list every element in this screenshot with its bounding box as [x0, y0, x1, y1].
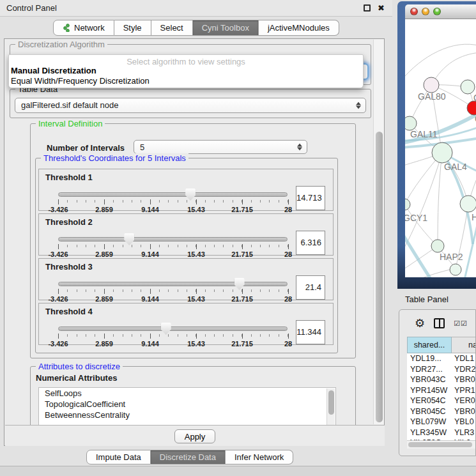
column-header-shared-name[interactable]: shared... [407, 337, 452, 353]
tab-label: jActiveMNodules [268, 23, 330, 33]
tab-select[interactable]: Select [151, 20, 193, 36]
slider-track[interactable] [58, 282, 288, 286]
gear-icon[interactable]: ⚙ [415, 318, 425, 329]
network-nodes[interactable]: GAL80GACGAL11GAL4GCY1HHAP2 [405, 77, 476, 275]
column-header-name[interactable]: na [452, 337, 476, 353]
tab-label: Infer Network [234, 452, 284, 462]
slider-ticks [58, 199, 288, 205]
table-horizontal-scrollbar[interactable] [407, 440, 476, 449]
threshold-4-slider[interactable] [58, 326, 288, 331]
network-icon [63, 24, 71, 32]
node-label: HAP2 [440, 252, 463, 262]
table-row[interactable]: YER054CYER0 [407, 395, 476, 406]
table-data-select[interactable]: galFiltered.sif default node [15, 98, 366, 113]
node-label: GAL11 [410, 129, 438, 139]
slider-scale: -3.4262.8599.14415.4321.71528 [58, 340, 288, 348]
control-panel-window: Control Panel ✖ Network Style Select Cyn… [0, 0, 392, 476]
status-bar [0, 466, 476, 476]
table-row[interactable]: YPR145WYPR1 [407, 385, 476, 396]
slider-scale: -3.4262.8599.14415.4321.71528 [58, 206, 288, 213]
network-node[interactable] [405, 199, 410, 210]
network-node[interactable] [405, 116, 417, 130]
apply-row: Apply [5, 425, 385, 446]
list-scrollbar[interactable] [326, 388, 335, 425]
threshold-3-slider[interactable] [58, 282, 288, 286]
table-panel-toolbar: ⚙ ☑☑ [399, 310, 475, 337]
dropdown-hint: Select algorithm to view settings [9, 55, 363, 66]
group-title: Attributes to discretize [36, 362, 123, 371]
threshold-1-value-field[interactable]: 14.713 [296, 186, 325, 210]
threshold-2-slider[interactable] [58, 237, 288, 242]
threshold-3-value-field[interactable]: 21.4 [296, 275, 325, 300]
tab-label: Discretize Data [160, 452, 216, 462]
dropdown-option-manual-discretization[interactable]: Manual Discretization [9, 66, 363, 76]
tab-jactivemnodules[interactable]: jActiveMNodules [259, 20, 339, 36]
slider-track[interactable] [58, 237, 288, 242]
slider-ticks [58, 289, 288, 295]
network-node[interactable] [461, 80, 475, 94]
network-node[interactable] [431, 240, 444, 252]
list-item[interactable]: SelfLoops [39, 388, 335, 399]
tab-label: Style [123, 23, 142, 33]
network-node[interactable] [450, 264, 461, 275]
threshold-2-value-field[interactable]: 6.316 [296, 231, 325, 255]
number-of-intervals-label: Number of Intervals [47, 143, 125, 153]
node-label: GAL80 [418, 91, 446, 102]
table-panel-window: ⚙ ☑☑ shared... na YDL19...YDL1 YDR27...Y… [399, 309, 476, 456]
slider-ticks [58, 334, 288, 339]
list-item[interactable]: BetweennessCentrality [39, 410, 335, 420]
network-node[interactable] [467, 101, 476, 115]
table-row[interactable]: YDL19...YDL1 [407, 353, 476, 364]
apply-button[interactable]: Apply [174, 429, 215, 443]
network-node[interactable] [432, 142, 452, 163]
bottom-tab-bar: Impute Data Discretize Data Infer Networ… [86, 450, 293, 464]
network-canvas[interactable]: GAL80GACGAL11GAL4GCY1HHAP2 [405, 19, 476, 277]
scrollbar-thumb[interactable] [408, 442, 472, 447]
tab-cyni-toolbox[interactable]: Cyni Toolbox [193, 20, 259, 36]
tab-style[interactable]: Style [114, 20, 151, 36]
network-node[interactable] [424, 77, 439, 93]
minimize-traffic-light-icon[interactable] [422, 8, 429, 15]
slider-scale: -3.4262.8599.14415.4321.71528 [58, 250, 288, 258]
zoom-traffic-light-icon[interactable] [433, 8, 441, 15]
scrollbar-thumb[interactable] [376, 132, 383, 422]
network-node[interactable] [460, 196, 476, 212]
columns-icon[interactable] [434, 318, 445, 328]
threshold-4-value-field[interactable]: 11.344 [296, 320, 325, 344]
node-label: H [472, 212, 476, 222]
table-row[interactable]: YBR043CYBR0 [407, 374, 476, 385]
float-window-icon[interactable] [364, 4, 371, 12]
slider-track[interactable] [58, 192, 288, 197]
scroll-viewport: Discretization Algorithm Select algorith… [5, 40, 373, 425]
checkbox-icons[interactable]: ☑☑ [454, 319, 468, 328]
close-traffic-light-icon[interactable] [410, 8, 418, 15]
threshold-label: Threshold 4 [45, 307, 93, 316]
tab-discretize-data[interactable]: Discretize Data [151, 450, 226, 464]
tab-infer-network[interactable]: Infer Network [226, 450, 293, 464]
table-row[interactable]: YLR345WYLR3 [407, 427, 476, 438]
tab-label: Impute Data [96, 452, 141, 462]
dropdown-option-equal-width-frequency[interactable]: Equal Width/Frequency Discretization [9, 76, 363, 86]
threshold-2-panel: Threshold 2 -3.4262.8599.14415.4321.7152… [38, 213, 334, 256]
slider-scale: -3.4262.8599.14415.4321.71528 [58, 295, 288, 303]
close-icon[interactable]: ✖ [378, 4, 385, 12]
list-item[interactable]: TopologicalCoefficient [39, 399, 335, 410]
stepper-arrows-icon [297, 144, 302, 151]
threshold-label: Threshold 1 [45, 173, 93, 182]
tab-label: Network [74, 23, 105, 33]
network-window-titlebar[interactable] [405, 4, 476, 19]
tab-impute-data[interactable]: Impute Data [86, 450, 151, 464]
number-of-intervals-select[interactable]: 5 [134, 140, 307, 154]
scrollbar-thumb[interactable] [328, 390, 334, 415]
selected-table: galFiltered.sif default node [21, 100, 118, 110]
tab-network[interactable]: Network [53, 20, 114, 36]
node-table: shared... na YDL19...YDL1 YDR27...YDR2 Y… [407, 337, 476, 449]
slider-track[interactable] [58, 326, 288, 331]
node-label: GAL4 [444, 162, 467, 172]
threshold-1-slider[interactable] [58, 192, 288, 197]
stepper-arrows-icon [356, 102, 361, 109]
table-row[interactable]: YBL079WYBL0 [407, 417, 476, 427]
table-row[interactable]: YDR27...YDR2 [407, 364, 476, 375]
table-row[interactable]: YBR045CYBR0 [407, 406, 476, 417]
panel-scrollbar[interactable] [373, 40, 384, 424]
